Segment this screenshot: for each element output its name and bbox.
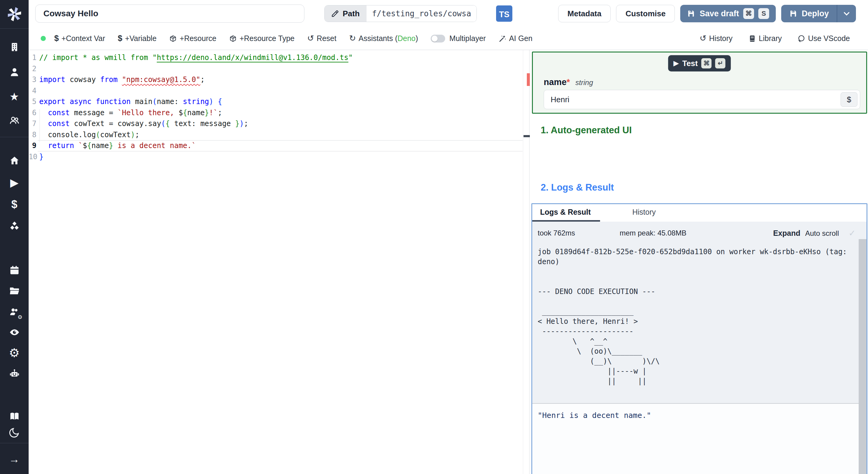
job-logs: job 0189d64f-812b-525e-f020-652bd9da1100… xyxy=(538,247,847,386)
save-draft-button[interactable]: Save draft ⌘ S xyxy=(680,5,776,22)
tab-logs-result[interactable]: Logs & Result xyxy=(540,204,591,220)
book-icon xyxy=(748,35,756,42)
autoscroll-checkbox[interactable]: ✓ xyxy=(849,228,856,238)
indent-guide xyxy=(39,109,40,142)
deploy-dropdown-button[interactable] xyxy=(837,5,856,22)
path-button[interactable]: Path f/testing_roles/cowsa xyxy=(324,5,477,22)
github-icon xyxy=(798,35,805,42)
required-mark: * xyxy=(567,77,570,87)
line-number: 2 xyxy=(29,63,36,75)
logs-content: took 762ms mem peak: 45.08MB Expand Auto… xyxy=(532,221,867,474)
use-vscode-button[interactable]: Use VScode xyxy=(798,34,850,43)
arg-type-label: string xyxy=(575,79,593,87)
line-number: 5 xyxy=(29,96,36,107)
tab-bar: Logs & Result History xyxy=(532,204,867,221)
sidebar-item-user[interactable] xyxy=(7,65,22,79)
duration-stat: took 762ms xyxy=(538,229,575,237)
assistants-lang: Deno xyxy=(398,34,415,42)
library-button[interactable]: Library xyxy=(748,34,782,43)
sidebar-item-folders[interactable] xyxy=(7,284,22,298)
package-icon xyxy=(229,35,237,42)
metadata-button[interactable]: Metadata xyxy=(558,5,611,22)
sidebar-item-ai[interactable] xyxy=(7,367,22,381)
calendar-icon xyxy=(9,265,20,275)
code-text: export async function main(name: string)… xyxy=(39,96,222,107)
pencil-icon xyxy=(331,10,339,18)
sidebar-expand-button[interactable]: → xyxy=(7,452,22,466)
ai-gen-button[interactable]: AI Gen xyxy=(498,34,532,43)
code-text: return `${name} is a decent name.` xyxy=(39,140,196,151)
multiplayer-toggle[interactable] xyxy=(431,35,445,42)
sidebar-item-dark-mode[interactable] xyxy=(7,425,22,439)
code-line[interactable]: 2 xyxy=(29,63,529,75)
history-button[interactable]: ↺ History xyxy=(700,34,733,43)
gear-icon: ⚙ xyxy=(18,315,22,320)
test-label: Test xyxy=(682,59,698,68)
code-line[interactable]: 9 return `${name} is a decent name.` xyxy=(29,140,529,151)
add-context-var-button[interactable]: $ +Context Var xyxy=(54,34,105,43)
test-button[interactable]: ▶ Test ⌘ ↵ xyxy=(668,55,731,71)
sidebar-item-resources[interactable] xyxy=(7,219,22,233)
overview-ruler xyxy=(523,50,523,474)
reset-button[interactable]: ↺ Reset xyxy=(307,34,336,43)
sidebar-item-runs[interactable]: ▶ xyxy=(7,176,22,190)
code-line[interactable]: 7 const cowText = cowsay.say({ text: mes… xyxy=(29,118,529,129)
sidebar-item-docs[interactable] xyxy=(7,410,22,423)
sidebar: ★ ▶ $ ⚙ ⚙ xyxy=(0,0,29,474)
code-text: const cowText = cowsay.say({ text: messa… xyxy=(39,118,248,129)
sidebar-item-variables[interactable]: $ xyxy=(7,198,22,211)
sidebar-item-members[interactable] xyxy=(7,114,22,127)
cubes-icon xyxy=(9,221,20,232)
code-editor[interactable]: 1// import * as wmill from "https://deno… xyxy=(29,50,530,474)
dollar-icon: $ xyxy=(54,34,59,42)
sidebar-item-settings[interactable]: ⚙ xyxy=(7,346,22,360)
code-line[interactable]: 3import cowsay from "npm:cowsay@1.5.0"; xyxy=(29,74,529,85)
sidebar-item-favorites[interactable]: ★ xyxy=(7,90,22,104)
arrow-right-icon: → xyxy=(9,454,20,465)
star-icon: ★ xyxy=(9,91,19,102)
users-icon xyxy=(9,115,20,126)
deploy-button[interactable]: Deploy xyxy=(781,5,837,22)
sidebar-item-home[interactable] xyxy=(7,154,22,168)
arg-name-input[interactable] xyxy=(544,90,860,109)
kbd-cmd: ⌘ xyxy=(701,58,712,68)
editor-toolbar: $ +Context Var $ +Variable +Resource +Re… xyxy=(29,27,868,50)
autoscroll-label: Auto scroll xyxy=(805,229,839,238)
sidebar-item-workspace[interactable] xyxy=(7,40,22,54)
add-resource-type-button[interactable]: +Resource Type xyxy=(229,34,294,43)
code-text: } xyxy=(39,151,43,162)
sidebar-item-schedules[interactable] xyxy=(7,263,22,277)
code-line[interactable]: 5export async function main(name: string… xyxy=(29,96,529,107)
code-line[interactable]: 8 console.log(cowText); xyxy=(29,129,529,141)
sidebar-item-groups[interactable]: ⚙ xyxy=(7,305,22,319)
building-icon xyxy=(9,41,20,53)
arg-name-label: name xyxy=(544,77,567,87)
logs-scrollbar[interactable] xyxy=(859,239,867,474)
line-number: 3 xyxy=(29,74,36,85)
assistants-button[interactable]: ↻ Assistants (Deno) xyxy=(349,34,418,43)
tab-history[interactable]: History xyxy=(632,204,656,220)
code-line[interactable]: 4 xyxy=(29,85,529,96)
sidebar-item-audit-logs[interactable] xyxy=(7,325,22,339)
multiplayer-label: Multiplayer xyxy=(450,34,486,43)
chevron-down-icon xyxy=(843,10,850,18)
customise-button[interactable]: Customise xyxy=(616,5,675,22)
windmill-logo-icon[interactable] xyxy=(6,6,23,23)
test-args-panel: ▶ Test ⌘ ↵ name* string $ xyxy=(532,52,867,114)
save-icon xyxy=(687,9,695,18)
code-line[interactable]: 1// import * as wmill from "https://deno… xyxy=(29,52,529,63)
sidebar-divider xyxy=(0,137,29,137)
eye-icon xyxy=(9,327,20,338)
script-title-input[interactable] xyxy=(35,4,304,23)
code-line[interactable]: 10} xyxy=(29,151,529,162)
code-line[interactable]: 6 const message = `Hello there, ${name}!… xyxy=(29,107,529,119)
add-resource-button[interactable]: +Resource xyxy=(169,34,216,43)
line-number: 4 xyxy=(29,85,36,96)
add-variable-button[interactable]: $ +Variable xyxy=(118,34,157,43)
insert-variable-button[interactable]: $ xyxy=(841,92,858,107)
line-number: 1 xyxy=(29,52,36,63)
book-open-icon xyxy=(9,411,20,422)
expand-button[interactable]: Expand xyxy=(773,229,800,238)
wand-icon xyxy=(498,35,506,42)
line-number: 6 xyxy=(29,107,36,119)
